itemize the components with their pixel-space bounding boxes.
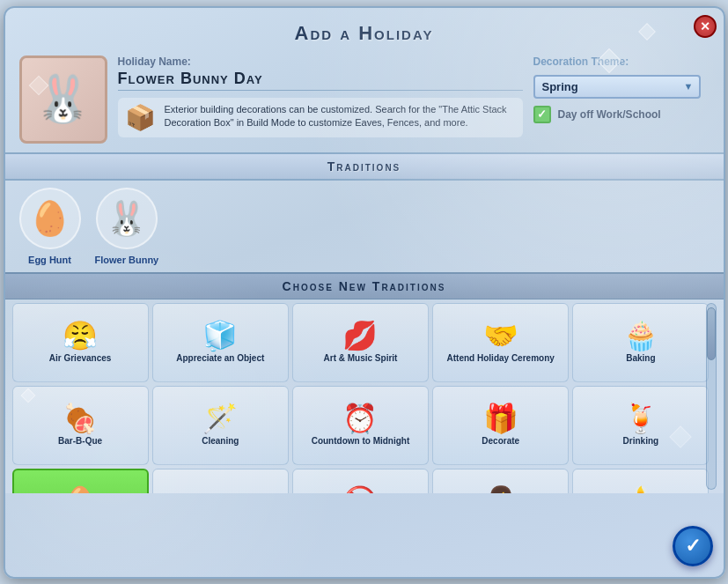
grid-item-drinking[interactable]: 🍹 Drinking <box>572 386 709 465</box>
close-button[interactable]: ✕ <box>694 15 717 38</box>
day-off-row: ✓ Day off Work/School <box>533 106 661 123</box>
cleaning-label: Cleaning <box>202 436 239 447</box>
decoration-select[interactable]: Spring Winter Summer Fall Spooky Love <box>533 75 701 99</box>
info-box-icon: 📦 <box>125 103 156 132</box>
barbque-label: Bar-B-Que <box>58 436 102 447</box>
grid-item-egg-hunt[interactable]: 🥚 Egg Hunt <box>12 469 149 493</box>
decorate-label: Decorate <box>482 436 519 447</box>
tradition-grid: 😤 Air Grievances 🧊 Appreciate an Object … <box>12 303 717 493</box>
art-music-icon: 💋 <box>342 322 378 350</box>
air-grievances-icon: 😤 <box>63 322 98 350</box>
main-window: ✕ Add a Holiday 🐰 Holiday Name: 📦 Exteri… <box>4 6 725 579</box>
exercise-icon: 🚲 <box>202 487 238 493</box>
decoration-select-wrapper: Spring Winter Summer Fall Spooky Love <box>533 75 701 99</box>
candles-icon: 🕯️ <box>623 487 658 493</box>
checkbox-check-icon: ✓ <box>537 107 547 121</box>
page-title: Add a Holiday <box>5 8 724 52</box>
grid-item-appreciate-object[interactable]: 🧊 Appreciate an Object <box>152 303 289 382</box>
cleaning-icon: 🪄 <box>202 404 238 432</box>
info-text: Exterior building decorations can be cus… <box>165 103 516 130</box>
grid-item-holiday-ceremony[interactable]: 🤝 Attend Holiday Ceremony <box>432 303 569 382</box>
holiday-info: Holiday Name: 📦 Exterior building decora… <box>118 55 523 137</box>
countdown-icon: ⏰ <box>342 404 378 432</box>
grid-item-nurse-costume[interactable]: 👩‍⚕️ Nurse Costume <box>432 469 569 493</box>
traditions-header: Traditions <box>5 152 724 181</box>
holiday-name-input[interactable] <box>118 68 523 91</box>
confirm-checkmark-icon: ✓ <box>685 535 701 558</box>
traditions-bar: 🥚 Egg Hunt 🐰 Flower Bunny <box>5 181 724 272</box>
tradition-egg-hunt-label: Egg Hunt <box>28 255 71 265</box>
decoration-panel: Decoration Theme: Spring Winter Summer F… <box>533 55 710 123</box>
grid-item-candles[interactable]: 🕯️ Candles <box>572 469 709 493</box>
scrollbar-thumb[interactable] <box>707 307 716 360</box>
tradition-flower-bunny-label: Flower Bunny <box>95 255 159 265</box>
no-food-icon: 🚫 <box>342 487 378 493</box>
barbque-icon: 🍖 <box>63 404 98 432</box>
close-icon: ✕ <box>700 19 710 33</box>
info-row: 📦 Exterior building decorations can be c… <box>118 98 523 137</box>
baking-icon: 🧁 <box>623 322 658 350</box>
appreciate-object-label: Appreciate an Object <box>176 353 264 364</box>
countdown-label: Countdown to Midnight <box>312 436 410 447</box>
scrollbar[interactable] <box>706 303 717 490</box>
baking-label: Baking <box>626 353 655 364</box>
tradition-flower-bunny-icon: 🐰 <box>96 188 158 249</box>
grid-item-barbque[interactable]: 🍖 Bar-B-Que <box>12 386 149 465</box>
decorate-icon: 🎁 <box>483 404 518 432</box>
drinking-icon: 🍹 <box>623 404 658 432</box>
holiday-icon: 🐰 <box>19 55 107 144</box>
confirm-button[interactable]: ✓ <box>673 526 713 566</box>
day-off-checkbox[interactable]: ✓ <box>533 106 551 123</box>
grid-item-countdown[interactable]: ⏰ Countdown to Midnight <box>292 386 429 465</box>
tradition-grid-container: 😤 Air Grievances 🧊 Appreciate an Object … <box>5 299 724 493</box>
holiday-ceremony-label: Attend Holiday Ceremony <box>447 353 555 364</box>
holiday-name-label: Holiday Name: <box>118 55 523 68</box>
drinking-label: Drinking <box>623 436 659 447</box>
tradition-flower-bunny[interactable]: 🐰 Flower Bunny <box>95 188 159 265</box>
nurse-costume-icon: 👩‍⚕️ <box>483 487 518 493</box>
grid-item-decorate[interactable]: 🎁 Decorate <box>432 386 569 465</box>
grid-item-baking[interactable]: 🧁 Baking <box>572 303 709 382</box>
tradition-egg-hunt-icon: 🥚 <box>19 188 81 249</box>
grid-item-cleaning[interactable]: 🪄 Cleaning <box>152 386 289 465</box>
day-off-label: Day off Work/School <box>558 108 661 121</box>
tradition-egg-hunt[interactable]: 🥚 Egg Hunt <box>19 188 81 265</box>
art-music-label: Art & Music Spirit <box>324 353 398 364</box>
holiday-ceremony-icon: 🤝 <box>483 322 518 350</box>
grid-item-exercise[interactable]: 🚲 Exercise <box>152 469 289 493</box>
grid-item-no-food[interactable]: 🚫 No Food <box>292 469 429 493</box>
appreciate-object-icon: 🧊 <box>202 322 238 350</box>
grid-item-art-music[interactable]: 💋 Art & Music Spirit <box>292 303 429 382</box>
egg-hunt-grid-icon: 🥚 <box>63 487 98 493</box>
air-grievances-label: Air Grievances <box>49 353 112 364</box>
grid-item-air-grievances[interactable]: 😤 Air Grievances <box>12 303 149 382</box>
choose-traditions-header: Choose New Traditions <box>5 272 724 299</box>
